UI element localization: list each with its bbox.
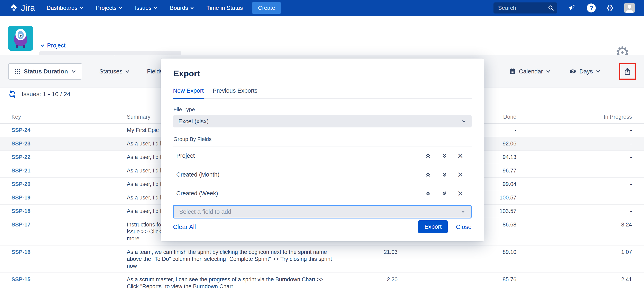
in-progress-value: - xyxy=(516,150,632,164)
project-avatar xyxy=(8,26,33,51)
issue-key-link[interactable]: SSP-15 xyxy=(12,276,30,282)
move-bottom-icon[interactable] xyxy=(441,152,448,159)
col-header-in-progress: In Progress xyxy=(516,114,632,120)
project-scope-label: Project xyxy=(47,42,66,49)
view-selector-label: Status Duration xyxy=(24,68,68,75)
close-button[interactable]: Close xyxy=(456,224,472,230)
add-field-select[interactable]: Select a field to add xyxy=(173,205,472,218)
statuses-menu[interactable]: Statuses xyxy=(100,68,130,75)
nav-item-projects[interactable]: Projects xyxy=(96,5,123,11)
nav-right-cluster: ? ⚙ xyxy=(494,2,634,14)
grid-icon xyxy=(14,68,20,74)
issue-key-link[interactable]: SSP-21 xyxy=(12,168,30,174)
feedback-megaphone-icon[interactable] xyxy=(568,4,576,12)
remove-field-icon[interactable]: × xyxy=(458,170,463,179)
issue-key-link[interactable]: SSP-24 xyxy=(12,127,30,133)
tab-new-export[interactable]: New Export xyxy=(173,87,204,98)
move-top-icon[interactable] xyxy=(425,190,431,196)
view-selector-button[interactable]: Status Duration xyxy=(8,63,82,80)
file-type-value: Excel (xlsx) xyxy=(178,118,461,125)
top-nav: Jira Dashboards Projects Issues Boards T… xyxy=(0,0,644,16)
modal-title: Export xyxy=(174,69,472,78)
clear-all-button[interactable]: Clear All xyxy=(173,224,196,230)
nav-item-label: Boards xyxy=(170,5,188,11)
tab-previous-exports[interactable]: Previous Exports xyxy=(213,87,258,98)
file-type-label: File Type xyxy=(174,106,472,113)
chevron-down-icon xyxy=(461,119,466,124)
group-field-row: Project × xyxy=(173,146,472,165)
file-type-select[interactable]: Excel (xlsx) xyxy=(173,115,472,128)
chevron-down-icon xyxy=(596,69,601,74)
export-modal: Export New Export Previous Exports File … xyxy=(161,58,484,242)
user-avatar[interactable] xyxy=(624,3,634,13)
calendar-menu-label: Calendar xyxy=(519,68,543,75)
in-progress-value: - xyxy=(516,124,632,137)
nav-item-boards[interactable]: Boards xyxy=(170,5,194,11)
project-header: Project SSP - Sample Scrum Project ⚙ xyxy=(0,16,644,55)
add-field-placeholder: Select a field to add xyxy=(179,208,460,215)
issue-key-link[interactable]: SSP-18 xyxy=(12,208,30,214)
calendar-menu[interactable]: Calendar xyxy=(509,68,551,75)
group-field-row: Created (Month) × xyxy=(173,165,472,184)
issues-count-bar: Issues: 1 - 10 / 24 xyxy=(8,88,70,101)
export-share-icon xyxy=(623,67,632,76)
chevron-down-icon xyxy=(71,69,76,74)
group-by-fields-label: Group By Fields xyxy=(174,136,472,142)
move-top-icon[interactable] xyxy=(425,171,431,178)
export-submit-button[interactable]: Export xyxy=(418,220,448,233)
app-root: Jira Dashboards Projects Issues Boards T… xyxy=(0,0,644,304)
search-icon[interactable] xyxy=(548,5,554,11)
settings-gear-icon[interactable]: ⚙ xyxy=(606,4,614,12)
in-progress-value: 2.41 xyxy=(516,273,632,293)
project-scope-dropdown[interactable]: Project xyxy=(40,42,66,49)
issue-key-link[interactable]: SSP-22 xyxy=(12,154,30,160)
eye-icon xyxy=(569,68,576,75)
issue-key-link[interactable]: SSP-16 xyxy=(12,249,30,255)
table-row: SSP-16 As a team, we can finish the spri… xyxy=(0,246,644,273)
refresh-icon[interactable] xyxy=(8,90,16,98)
in-progress-value: - xyxy=(516,137,632,150)
statuses-menu-label: Statuses xyxy=(100,68,122,75)
group-field-name: Created (Month) xyxy=(176,171,425,178)
issue-key-link[interactable]: SSP-23 xyxy=(12,140,30,147)
jira-logo-icon xyxy=(10,4,18,12)
table-row: SSP-15 As a scrum master, I can see the … xyxy=(0,273,644,293)
in-progress-value: - xyxy=(516,191,632,204)
nav-item-label: Projects xyxy=(96,5,116,11)
remove-field-icon[interactable]: × xyxy=(458,188,463,198)
issue-summary: As a scrum master, I can see the progres… xyxy=(127,273,336,293)
chevron-down-icon xyxy=(118,6,123,10)
chevron-down-icon xyxy=(546,69,551,74)
modal-tabs: New Export Previous Exports xyxy=(173,87,472,98)
remove-field-icon[interactable]: × xyxy=(458,151,463,160)
nav-menu: Dashboards Projects Issues Boards Time i… xyxy=(47,5,243,11)
export-button-highlighted[interactable] xyxy=(619,63,636,80)
chevron-down-icon xyxy=(80,6,84,10)
issue-key-link[interactable]: SSP-20 xyxy=(12,181,30,187)
nav-item-label: Time in Status xyxy=(206,5,243,11)
jira-logo[interactable]: Jira xyxy=(10,3,35,13)
done-value: 85.76 xyxy=(398,273,516,293)
nav-item-dashboards[interactable]: Dashboards xyxy=(47,5,84,11)
todo-value: 21.03 xyxy=(336,246,398,272)
search-box xyxy=(494,2,557,14)
toolbar-right: Calendar Days xyxy=(509,63,636,80)
in-progress-value: - xyxy=(516,204,632,218)
help-icon[interactable]: ? xyxy=(587,4,596,12)
move-bottom-icon[interactable] xyxy=(441,171,448,178)
move-top-icon[interactable] xyxy=(425,152,431,159)
issues-count-text: Issues: 1 - 10 / 24 xyxy=(22,91,70,98)
in-progress-value: 3.24 xyxy=(516,218,632,245)
nav-item-label: Dashboards xyxy=(47,5,78,11)
chevron-down-icon xyxy=(125,69,130,74)
issue-key-link[interactable]: SSP-19 xyxy=(12,194,30,201)
create-button[interactable]: Create xyxy=(252,2,281,14)
nav-item-time-in-status[interactable]: Time in Status xyxy=(206,5,243,11)
col-header-key: Key xyxy=(12,114,127,120)
move-bottom-icon[interactable] xyxy=(441,190,448,196)
issue-key-link[interactable]: SSP-17 xyxy=(12,222,30,228)
nav-item-issues[interactable]: Issues xyxy=(135,5,158,11)
time-unit-menu[interactable]: Days xyxy=(569,68,601,75)
time-unit-label: Days xyxy=(580,68,593,75)
in-progress-value: 1.07 xyxy=(516,246,632,272)
